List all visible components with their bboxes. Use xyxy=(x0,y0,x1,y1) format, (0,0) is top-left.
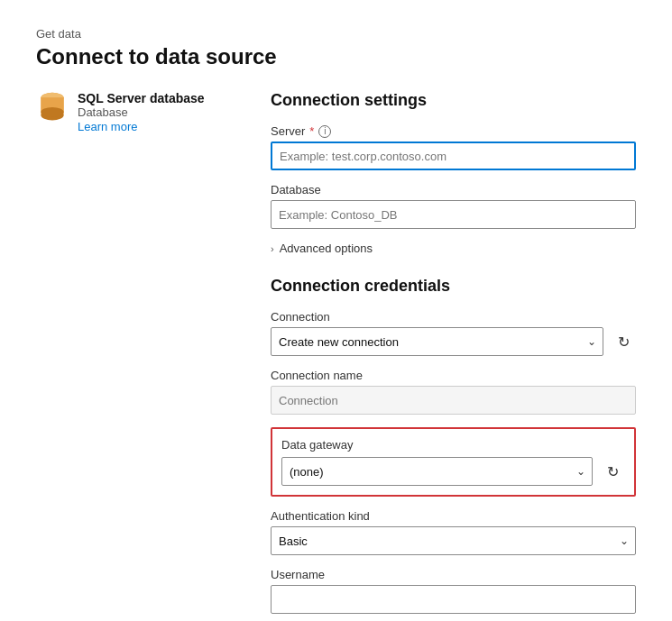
data-gateway-label: Data gateway xyxy=(281,438,354,452)
database-icon xyxy=(36,91,69,123)
username-field-group: Username xyxy=(271,568,636,614)
advanced-options[interactable]: › Advanced options xyxy=(271,242,636,255)
connection-dropdown[interactable]: Create new connection xyxy=(271,327,603,356)
data-gateway-section: Data gateway (none) ⌄ ↻ xyxy=(271,427,636,497)
database-field-group: Database xyxy=(271,183,636,229)
connection-credentials-title: Connection credentials xyxy=(271,277,636,296)
database-label: Database xyxy=(271,183,321,196)
chevron-right-icon: › xyxy=(271,243,274,254)
data-gateway-refresh-button[interactable]: ↻ xyxy=(600,459,625,484)
get-data-label: Get data xyxy=(36,27,636,41)
auth-kind-dropdown-wrapper: Basic ⌄ xyxy=(271,526,636,555)
svg-point-5 xyxy=(41,107,63,117)
data-gateway-dropdown-wrapper: (none) ⌄ xyxy=(281,457,593,486)
connection-field-group: Connection Create new connection ⌄ ↻ xyxy=(271,310,636,356)
connection-dropdown-wrapper: Create new connection ⌄ xyxy=(271,327,603,356)
server-field-group: Server * i xyxy=(271,124,636,170)
connection-label: Connection xyxy=(271,310,330,324)
username-input[interactable] xyxy=(271,585,636,614)
server-input[interactable] xyxy=(271,142,636,170)
server-label: Server xyxy=(271,124,305,138)
auth-kind-field-group: Authentication kind Basic ⌄ xyxy=(271,509,636,555)
server-required: * xyxy=(309,124,314,138)
server-info-icon: i xyxy=(318,125,331,138)
connection-name-label: Connection name xyxy=(271,369,363,382)
page-title: Connect to data source xyxy=(36,44,636,69)
auth-kind-label: Authentication kind xyxy=(271,509,370,523)
learn-more-link[interactable]: Learn more xyxy=(78,120,137,133)
db-type: Database xyxy=(78,105,205,119)
database-input[interactable] xyxy=(271,200,636,229)
connection-refresh-button[interactable]: ↻ xyxy=(611,329,636,354)
connection-name-input[interactable] xyxy=(271,386,636,415)
connection-settings-title: Connection settings xyxy=(271,91,636,110)
advanced-options-label: Advanced options xyxy=(280,242,373,255)
connection-name-field-group: Connection name xyxy=(271,369,636,415)
data-gateway-dropdown[interactable]: (none) xyxy=(281,457,593,486)
db-name: SQL Server database xyxy=(78,91,205,105)
username-label: Username xyxy=(271,568,325,581)
auth-kind-dropdown[interactable]: Basic xyxy=(271,526,636,555)
